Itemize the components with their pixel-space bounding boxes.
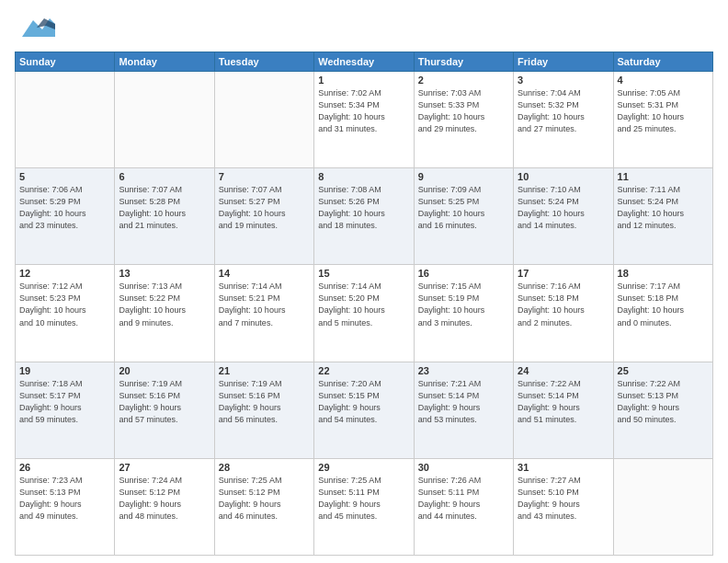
day-number: 31 <box>518 462 609 473</box>
day-cell-1: 1Sunrise: 7:02 AM Sunset: 5:34 PM Daylig… <box>314 72 414 168</box>
day-number: 10 <box>518 171 609 182</box>
day-cell-14: 14Sunrise: 7:14 AM Sunset: 5:21 PM Dayli… <box>214 265 313 362</box>
day-cell-20: 20Sunrise: 7:19 AM Sunset: 5:16 PM Dayli… <box>115 362 214 458</box>
day-number: 21 <box>219 365 310 376</box>
day-cell-28: 28Sunrise: 7:25 AM Sunset: 5:12 PM Dayli… <box>214 458 313 555</box>
week-row-4: 19Sunrise: 7:18 AM Sunset: 5:17 PM Dayli… <box>16 362 713 458</box>
day-number: 8 <box>318 171 409 182</box>
logo <box>15 11 59 44</box>
day-cell-31: 31Sunrise: 7:27 AM Sunset: 5:10 PM Dayli… <box>514 458 613 555</box>
day-number: 23 <box>418 365 509 376</box>
empty-cell <box>613 458 712 555</box>
day-info: Sunrise: 7:12 AM Sunset: 5:23 PM Dayligh… <box>19 281 110 328</box>
day-cell-9: 9Sunrise: 7:09 AM Sunset: 5:25 PM Daylig… <box>414 168 513 265</box>
day-cell-3: 3Sunrise: 7:04 AM Sunset: 5:32 PM Daylig… <box>514 72 613 168</box>
day-info: Sunrise: 7:11 AM Sunset: 5:24 PM Dayligh… <box>618 184 709 232</box>
day-number: 11 <box>618 171 709 182</box>
day-cell-17: 17Sunrise: 7:16 AM Sunset: 5:18 PM Dayli… <box>514 265 613 362</box>
day-number: 24 <box>518 365 609 376</box>
day-info: Sunrise: 7:09 AM Sunset: 5:25 PM Dayligh… <box>418 184 509 232</box>
day-cell-30: 30Sunrise: 7:26 AM Sunset: 5:11 PM Dayli… <box>414 458 513 555</box>
day-cell-27: 27Sunrise: 7:24 AM Sunset: 5:12 PM Dayli… <box>115 458 214 555</box>
weekday-header-monday: Monday <box>115 52 214 72</box>
day-cell-2: 2Sunrise: 7:03 AM Sunset: 5:33 PM Daylig… <box>414 72 513 168</box>
day-info: Sunrise: 7:22 AM Sunset: 5:14 PM Dayligh… <box>518 378 609 426</box>
day-number: 25 <box>618 365 709 376</box>
day-info: Sunrise: 7:17 AM Sunset: 5:18 PM Dayligh… <box>618 281 709 328</box>
day-info: Sunrise: 7:15 AM Sunset: 5:19 PM Dayligh… <box>418 281 509 328</box>
day-info: Sunrise: 7:07 AM Sunset: 5:28 PM Dayligh… <box>119 184 210 232</box>
weekday-header-wednesday: Wednesday <box>314 52 414 72</box>
day-number: 13 <box>119 268 210 279</box>
day-info: Sunrise: 7:25 AM Sunset: 5:12 PM Dayligh… <box>219 475 310 523</box>
empty-cell <box>115 72 214 168</box>
day-cell-13: 13Sunrise: 7:13 AM Sunset: 5:22 PM Dayli… <box>115 265 214 362</box>
day-info: Sunrise: 7:24 AM Sunset: 5:12 PM Dayligh… <box>119 475 210 523</box>
day-cell-18: 18Sunrise: 7:17 AM Sunset: 5:18 PM Dayli… <box>613 265 712 362</box>
day-cell-22: 22Sunrise: 7:20 AM Sunset: 5:15 PM Dayli… <box>314 362 414 458</box>
day-number: 22 <box>318 365 409 376</box>
day-info: Sunrise: 7:20 AM Sunset: 5:15 PM Dayligh… <box>318 378 409 426</box>
day-cell-11: 11Sunrise: 7:11 AM Sunset: 5:24 PM Dayli… <box>613 168 712 265</box>
day-info: Sunrise: 7:04 AM Sunset: 5:32 PM Dayligh… <box>518 87 609 135</box>
logo-icon <box>15 11 55 44</box>
weekday-header-friday: Friday <box>514 52 613 72</box>
day-cell-16: 16Sunrise: 7:15 AM Sunset: 5:19 PM Dayli… <box>414 265 513 362</box>
day-info: Sunrise: 7:05 AM Sunset: 5:31 PM Dayligh… <box>618 87 709 135</box>
day-cell-8: 8Sunrise: 7:08 AM Sunset: 5:26 PM Daylig… <box>314 168 414 265</box>
day-cell-21: 21Sunrise: 7:19 AM Sunset: 5:16 PM Dayli… <box>214 362 313 458</box>
day-number: 15 <box>318 268 409 279</box>
calendar-table: SundayMondayTuesdayWednesdayThursdayFrid… <box>15 52 713 556</box>
day-cell-19: 19Sunrise: 7:18 AM Sunset: 5:17 PM Dayli… <box>16 362 115 458</box>
day-info: Sunrise: 7:19 AM Sunset: 5:16 PM Dayligh… <box>219 378 310 426</box>
page: SundayMondayTuesdayWednesdayThursdayFrid… <box>0 0 728 563</box>
day-info: Sunrise: 7:19 AM Sunset: 5:16 PM Dayligh… <box>119 378 210 426</box>
day-number: 5 <box>19 171 110 182</box>
day-number: 30 <box>418 462 509 473</box>
day-number: 7 <box>219 171 310 182</box>
day-cell-15: 15Sunrise: 7:14 AM Sunset: 5:20 PM Dayli… <box>314 265 414 362</box>
day-info: Sunrise: 7:22 AM Sunset: 5:13 PM Dayligh… <box>618 378 709 426</box>
day-cell-29: 29Sunrise: 7:25 AM Sunset: 5:11 PM Dayli… <box>314 458 414 555</box>
day-info: Sunrise: 7:26 AM Sunset: 5:11 PM Dayligh… <box>418 475 509 523</box>
weekday-header-row: SundayMondayTuesdayWednesdayThursdayFrid… <box>16 52 713 72</box>
day-info: Sunrise: 7:07 AM Sunset: 5:27 PM Dayligh… <box>219 184 310 232</box>
day-cell-4: 4Sunrise: 7:05 AM Sunset: 5:31 PM Daylig… <box>613 72 712 168</box>
day-number: 28 <box>219 462 310 473</box>
weekday-header-saturday: Saturday <box>613 52 712 72</box>
day-cell-6: 6Sunrise: 7:07 AM Sunset: 5:28 PM Daylig… <box>115 168 214 265</box>
day-info: Sunrise: 7:25 AM Sunset: 5:11 PM Dayligh… <box>318 475 409 523</box>
day-number: 20 <box>119 365 210 376</box>
weekday-header-sunday: Sunday <box>16 52 115 72</box>
day-number: 4 <box>618 75 709 86</box>
day-info: Sunrise: 7:18 AM Sunset: 5:17 PM Dayligh… <box>19 378 110 426</box>
svg-marker-0 <box>22 18 55 37</box>
day-cell-10: 10Sunrise: 7:10 AM Sunset: 5:24 PM Dayli… <box>514 168 613 265</box>
day-number: 17 <box>518 268 609 279</box>
day-info: Sunrise: 7:03 AM Sunset: 5:33 PM Dayligh… <box>418 87 509 135</box>
day-number: 3 <box>518 75 609 86</box>
day-info: Sunrise: 7:02 AM Sunset: 5:34 PM Dayligh… <box>318 87 409 135</box>
day-number: 12 <box>19 268 110 279</box>
day-number: 6 <box>119 171 210 182</box>
day-number: 18 <box>618 268 709 279</box>
day-number: 19 <box>19 365 110 376</box>
day-number: 27 <box>119 462 210 473</box>
day-cell-24: 24Sunrise: 7:22 AM Sunset: 5:14 PM Dayli… <box>514 362 613 458</box>
week-row-5: 26Sunrise: 7:23 AM Sunset: 5:13 PM Dayli… <box>16 458 713 555</box>
header <box>15 11 713 44</box>
day-cell-5: 5Sunrise: 7:06 AM Sunset: 5:29 PM Daylig… <box>16 168 115 265</box>
week-row-2: 5Sunrise: 7:06 AM Sunset: 5:29 PM Daylig… <box>16 168 713 265</box>
day-info: Sunrise: 7:27 AM Sunset: 5:10 PM Dayligh… <box>518 475 609 523</box>
day-cell-23: 23Sunrise: 7:21 AM Sunset: 5:14 PM Dayli… <box>414 362 513 458</box>
day-number: 29 <box>318 462 409 473</box>
day-info: Sunrise: 7:08 AM Sunset: 5:26 PM Dayligh… <box>318 184 409 232</box>
day-cell-7: 7Sunrise: 7:07 AM Sunset: 5:27 PM Daylig… <box>214 168 313 265</box>
day-info: Sunrise: 7:21 AM Sunset: 5:14 PM Dayligh… <box>418 378 509 426</box>
day-info: Sunrise: 7:23 AM Sunset: 5:13 PM Dayligh… <box>19 475 110 523</box>
day-number: 16 <box>418 268 509 279</box>
day-cell-12: 12Sunrise: 7:12 AM Sunset: 5:23 PM Dayli… <box>16 265 115 362</box>
empty-cell <box>16 72 115 168</box>
day-number: 2 <box>418 75 509 86</box>
day-cell-25: 25Sunrise: 7:22 AM Sunset: 5:13 PM Dayli… <box>613 362 712 458</box>
